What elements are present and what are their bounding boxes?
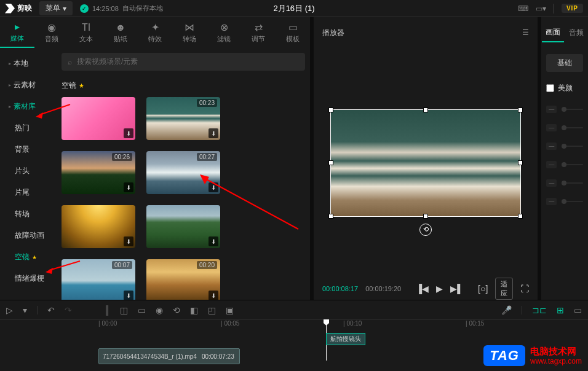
asset-thumb[interactable]: 00:20⬇	[146, 259, 220, 300]
play-icon[interactable]: ▶	[436, 284, 443, 294]
asset-thumb[interactable]: 00:26⬇	[62, 151, 135, 194]
redo-icon[interactable]: ↷	[65, 305, 72, 315]
download-icon[interactable]: ⬇	[209, 236, 218, 246]
magnet-icon[interactable]: ⊐⊏	[532, 305, 547, 315]
resize-handle-bm[interactable]	[423, 214, 428, 219]
ruler-tick: | 00:10	[343, 320, 466, 331]
download-icon[interactable]: ⬇	[124, 236, 133, 246]
preview-icon[interactable]: ▭	[574, 305, 582, 315]
asset-thumb[interactable]: ⬇	[146, 205, 220, 248]
chevron-down-icon[interactable]: ▾	[23, 305, 27, 315]
delete-left-icon[interactable]: ◫	[120, 305, 128, 315]
asset-thumb[interactable]: ⬇	[62, 205, 135, 248]
tool-tab-媒体[interactable]: ▸媒体	[0, 17, 34, 48]
resize-handle-rm[interactable]	[518, 160, 523, 165]
resize-handle-tm[interactable]	[423, 107, 428, 112]
resize-handle-lm[interactable]	[328, 160, 333, 165]
download-icon[interactable]: ⬇	[209, 182, 218, 192]
basic-section[interactable]: 基础	[546, 54, 583, 72]
sidebar-item-背景[interactable]: 背景	[0, 139, 57, 160]
asset-thumb[interactable]: 00:23⬇	[146, 97, 220, 140]
tool-tab-音频[interactable]: ◉音频	[34, 17, 69, 48]
clip-tag[interactable]: 航拍慢镜头	[326, 333, 365, 345]
menu-button[interactable]: 菜单 ▾	[39, 1, 73, 15]
sidebar-item-故障动画[interactable]: 故障动画	[0, 225, 57, 246]
keyboard-icon[interactable]: ⌨	[518, 4, 528, 13]
sidebar-item-片头[interactable]: 片头	[0, 160, 57, 182]
fit-button[interactable]: 适应	[495, 278, 513, 300]
tool-tab-滤镜[interactable]: ⊗滤镜	[207, 17, 241, 48]
slider-row: —	[546, 143, 583, 150]
link-icon[interactable]: ⊞	[557, 305, 564, 315]
download-icon[interactable]: ⬇	[209, 291, 218, 300]
sidebar-item-云素材[interactable]: 云素材	[0, 74, 57, 96]
sidebar-item-热门[interactable]: 热门	[0, 117, 57, 139]
delete-right-icon[interactable]: ▭	[138, 305, 146, 315]
tool-tab-转场[interactable]: ⋈转场	[172, 17, 207, 48]
watermark-url: www.tagxp.com	[530, 357, 582, 365]
layout-icon[interactable]: ▭▾	[536, 4, 546, 13]
timeline-ruler[interactable]: | 00:00| 00:05| 00:10| 00:15	[0, 320, 588, 331]
prev-frame-icon[interactable]: ▐◀	[416, 284, 429, 294]
split-icon[interactable]: ║	[104, 305, 110, 315]
asset-thumb[interactable]: 00:07⬇	[62, 259, 135, 300]
section-title: 空镜 ★	[62, 80, 305, 91]
tab-picture[interactable]: 画面	[542, 23, 564, 42]
player-header: 播放器 ☰	[314, 17, 538, 48]
tool-icon: ◉	[47, 21, 56, 33]
resize-handle-br[interactable]	[518, 214, 523, 219]
autosave-status: ✓ 14:25:08 自动保存本地	[80, 4, 163, 13]
tool-tab-特效[interactable]: ✦特效	[138, 17, 172, 48]
tool-tab-文本[interactable]: TI文本	[69, 17, 103, 48]
undo-icon[interactable]: ↶	[47, 305, 55, 315]
download-icon[interactable]: ⬇	[124, 291, 133, 300]
sidebar-item-片尾[interactable]: 片尾	[0, 182, 57, 203]
beauty-row: 美颜	[546, 83, 583, 93]
player-menu-icon[interactable]: ☰	[522, 28, 529, 37]
timeline-toolbar: ▷ ▾ ↶ ↷ ║ ◫ ▭ ◉ ⟲ ◧ ◰ ▣ 🎤 ⊐⊏ ⊞ ▭	[0, 300, 588, 320]
ratio-icon[interactable]: [○]	[478, 284, 488, 294]
tool-tab-调节[interactable]: ⇄调节	[241, 17, 276, 48]
slider-row: —	[546, 106, 583, 113]
next-frame-icon[interactable]: ▶▌	[450, 284, 463, 294]
rotate-icon[interactable]: ⟲	[419, 224, 432, 236]
download-icon[interactable]: ⬇	[209, 128, 218, 138]
freeze-icon[interactable]: ▣	[226, 305, 234, 315]
mirror-icon[interactable]: ◧	[190, 305, 198, 315]
tool-tab-模板[interactable]: ▭模板	[276, 17, 310, 48]
sidebar-label: 片尾	[15, 187, 30, 198]
resize-handle-tl[interactable]	[328, 107, 333, 112]
reverse-icon[interactable]: ⟲	[173, 305, 180, 315]
asset-thumb[interactable]: ⬇	[62, 97, 135, 140]
asset-duration: 00:27	[197, 153, 217, 161]
download-icon[interactable]: ⬇	[124, 182, 133, 192]
download-icon[interactable]: ⬇	[124, 128, 133, 138]
search-input[interactable]: ⌕ 搜索视频场景/元素	[62, 53, 305, 71]
asset-duration: 00:20	[197, 261, 217, 269]
tool-label: 媒体	[10, 34, 24, 43]
resize-handle-bl[interactable]	[328, 214, 333, 219]
tool-tabs: ▸媒体◉音频TI文本☻贴纸✦特效⋈转场⊗滤镜⇄调节▭模板	[0, 17, 310, 48]
beauty-checkbox[interactable]	[546, 84, 554, 92]
pointer-icon[interactable]: ▷	[6, 305, 13, 315]
video-frame[interactable]: ⟲	[330, 109, 521, 217]
player-viewport[interactable]: ⟲	[314, 48, 538, 278]
sidebar-item-转场[interactable]: 转场	[0, 203, 57, 225]
video-clip[interactable]: 717260454413474534B_r (1).mp4 00:00:07:2…	[98, 348, 240, 364]
asset-area: ⌕ 搜索视频场景/元素 空镜 ★ ⬇00:23⬇00:26⬇00:27⬇⬇⬇00…	[57, 48, 310, 300]
crop-icon[interactable]: ◰	[208, 305, 216, 315]
sidebar-label: 情绪爆梗	[15, 273, 44, 284]
sidebar-item-本地[interactable]: 本地	[0, 53, 57, 74]
mic-icon[interactable]: 🎤	[501, 305, 512, 315]
tool-tab-贴纸[interactable]: ☻贴纸	[103, 17, 138, 48]
resize-handle-tr[interactable]	[518, 107, 523, 112]
sidebar-item-素材库[interactable]: 素材库	[0, 96, 57, 117]
vip-badge[interactable]: VIP	[562, 4, 583, 13]
speed-icon[interactable]: ◉	[156, 305, 163, 315]
tab-audio[interactable]: 音频	[565, 24, 587, 42]
sidebar-item-情绪爆梗[interactable]: 情绪爆梗	[0, 268, 57, 289]
fullscreen-icon[interactable]: ⛶	[520, 284, 529, 294]
tool-label: 滤镜	[217, 34, 231, 44]
asset-thumb[interactable]: 00:27⬇	[146, 151, 220, 194]
sidebar-item-空镜[interactable]: 空镜★	[0, 246, 57, 268]
